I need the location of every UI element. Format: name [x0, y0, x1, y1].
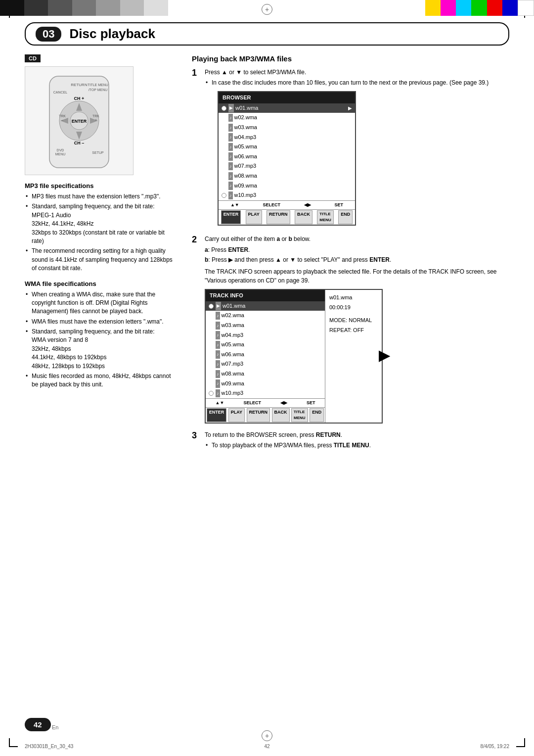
bar-black1	[0, 0, 24, 16]
wma-specs-list: When creating a WMA disc, make sure that…	[25, 290, 178, 389]
browser-row-10: ♪ w10.mp3	[219, 190, 355, 200]
arrow-right-1: ▶	[348, 104, 352, 112]
trackinfo-row-8: ♪w08.wma	[206, 369, 325, 379]
ti-repeat-label: REPEAT:	[329, 327, 352, 333]
corner-mark-bl	[9, 738, 18, 747]
ti-file-10: w10.mp3	[222, 389, 244, 398]
ti-file-2: w02.wma	[222, 311, 244, 320]
ti-file-4: w04.mp3	[222, 331, 244, 340]
trackinfo-row-7: ♪w07.mp3	[206, 359, 325, 369]
step-2-content: Carry out either of the item a or b belo…	[205, 235, 509, 425]
page-number: 42	[25, 718, 51, 731]
browser-header: BROWSER	[219, 92, 355, 103]
svg-text:MENU: MENU	[55, 152, 66, 156]
browser-btn-titlemenu: TITLEMENU	[317, 210, 334, 224]
file-icon-6: ♪	[228, 152, 233, 160]
file-icon-7: ♪	[228, 162, 233, 170]
step-2-number: 2	[192, 235, 201, 425]
ti-nav-updown: ▲▼	[216, 400, 224, 407]
svg-text:TRK: TRK	[92, 114, 99, 118]
step-3-number: 3	[192, 430, 201, 451]
chapter-number: 03	[36, 27, 61, 42]
trackinfo-row-6: ♪w06.wma	[206, 350, 325, 360]
browser-file-5: w05.wma	[234, 142, 257, 151]
bar-light1	[120, 0, 144, 16]
ti-file-8: w08.wma	[222, 370, 244, 378]
ti-side-repeat: REPEAT: OFF	[329, 326, 378, 335]
step-2-b-text: : Press ▶ and then press ▲ or ▼ to selec…	[208, 256, 391, 263]
ti-set-label: SET	[307, 400, 315, 407]
spacer-3	[222, 125, 226, 130]
remote-svg: RETURN CANCEL TITLE MENU /TOP MENU CH + …	[35, 71, 124, 170]
browser-footer-1: ▲▼ SELECT ◀▶ SET	[219, 200, 355, 210]
ti-icon-3: ♪	[216, 322, 220, 330]
browser-select-label: SELECT	[263, 202, 281, 209]
ti-file-6: w06.wma	[222, 350, 244, 359]
svg-text:CH –: CH –	[74, 141, 85, 145]
ti-icon-10: ♪	[216, 389, 220, 397]
browser-nav-updown: ▲▼	[230, 202, 239, 209]
ti-repeat-value: OFF	[353, 327, 364, 333]
trackinfo-main: TRACK INFO ▶ w01.wma ♪w02.wma ♪w03.wma ♪…	[206, 290, 325, 423]
step-3-content: To return to the BROWSER screen, press R…	[205, 430, 509, 451]
page-lang: En	[52, 724, 58, 730]
ti-file-7: w07.mp3	[222, 360, 244, 369]
browser-file-7: w07.mp3	[234, 162, 257, 171]
browser-btn-return: RETURN	[267, 210, 290, 224]
file-icon-9: ♪	[228, 182, 233, 189]
ti-nav-leftright: ◀▶	[280, 400, 287, 407]
trackinfo-row-5: ♪w05.wma	[206, 340, 325, 350]
svg-text:+: +	[95, 118, 97, 122]
step-3-text: To return to the BROWSER screen, press R…	[205, 431, 342, 438]
trackinfo-screen: TRACK INFO ▶ w01.wma ♪w02.wma ♪w03.wma ♪…	[205, 289, 383, 424]
ti-mode-value: NORMAL	[349, 317, 372, 323]
svg-text:CH +: CH +	[74, 96, 85, 101]
crosshair-bottom: +	[262, 730, 272, 741]
cd-badge: CD	[25, 54, 41, 62]
spacer-2	[222, 115, 226, 120]
step-2-text: Carry out either of the item a or b belo…	[205, 236, 311, 242]
remote-image: RETURN CANCEL TITLE MENU /TOP MENU CH + …	[25, 66, 134, 175]
chapter-title: Disc playback	[69, 26, 155, 42]
browser-screen: BROWSER ▶ w01.wma ▶ ♪ w02.wm	[218, 91, 356, 226]
file-icon-2: ♪	[228, 114, 233, 122]
spacer-6	[222, 154, 226, 159]
browser-row-3: ♪ w03.wma	[219, 123, 355, 133]
main-content: CD RETURN CANCEL TITLE MENU /TOP MENU CH…	[25, 54, 509, 457]
svg-text:TITLE MENU: TITLE MENU	[88, 83, 108, 87]
wma-specs-section: WMA file specifications When creating a …	[25, 280, 178, 389]
page-number-box: 42	[25, 718, 51, 731]
spacer-4	[222, 135, 226, 140]
wma-spec-item-2: WMA files must have the extension letter…	[25, 318, 178, 326]
browser-btn-back: BACK	[295, 210, 312, 224]
browser-row-5: ♪ w05.wma	[219, 142, 355, 152]
file-icon-8: ♪	[228, 172, 233, 180]
ti-icon-7: ♪	[216, 360, 220, 368]
top-bar-left	[0, 0, 168, 16]
step-3-bullet: To stop playback of the MP3/WMA files, p…	[205, 441, 509, 450]
browser-file-1: w01.wma	[235, 104, 258, 113]
ti-circle-1	[209, 304, 214, 309]
browser-btn-play: PLAY	[246, 210, 262, 224]
step-1-or: or	[229, 69, 236, 76]
step-2-b: b: Press ▶ and then press ▲ or ▼ to sele…	[205, 255, 509, 264]
ti-icon-6: ♪	[216, 350, 220, 358]
step-1: 1 Press ▲ or ▼ to select MP3/WMA file. I…	[192, 68, 509, 230]
step-2-a: a: Press ENTER.	[205, 245, 509, 254]
ti-btn-enter: ENTER	[207, 408, 227, 422]
footer-center: 42	[264, 744, 269, 749]
ti-icon-1: ▶	[216, 302, 221, 310]
file-icon-4: ♪	[228, 133, 233, 141]
browser-set-label: SET	[335, 202, 344, 209]
browser-file-3: w03.wma	[234, 123, 257, 132]
bar-green	[471, 0, 487, 16]
browser-btn-end: END	[338, 210, 353, 224]
step-1-up-arrow: ▲	[222, 69, 227, 76]
browser-row-1: ▶ w01.wma ▶	[219, 103, 355, 113]
trackinfo-body: ▶ w01.wma ♪w02.wma ♪w03.wma ♪w04.mp3 ♪w0…	[206, 301, 325, 398]
browser-file-9: w09.wma	[234, 182, 257, 190]
page-content: 03 Disc playback CD RETURN CANCEL TITLE …	[25, 22, 509, 731]
bar-dark1	[24, 0, 48, 16]
ti-file-9: w09.wma	[222, 379, 244, 388]
browser-file-4: w04.mp3	[234, 133, 257, 142]
